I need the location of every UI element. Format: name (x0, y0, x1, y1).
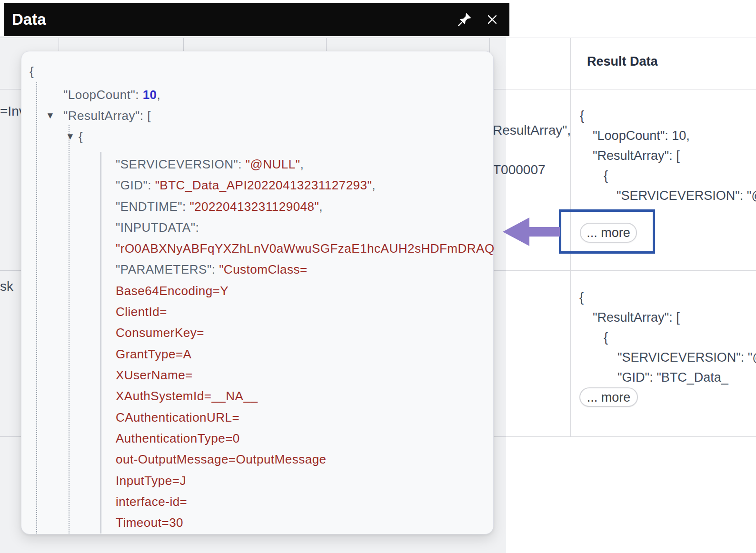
json-token-str: Timeout=30 (116, 515, 183, 530)
json-token-punc: : (135, 88, 142, 102)
expander-icon[interactable]: ▼ (66, 126, 75, 147)
json-token-punc: : (238, 157, 245, 171)
json-token-str: XAuthSystemId=__NA__ (116, 389, 258, 403)
json-line: ClientId= (116, 301, 167, 322)
json-token-str: InputType=J (116, 474, 186, 488)
json-token-str: "rO0ABXNyABFqYXZhLnV0aWwuSGFzaE1hcAUH2sH… (116, 241, 494, 256)
json-line: XUserName= (116, 365, 193, 385)
json-line: { (604, 327, 608, 347)
json-line: "GID": "BTC_Data_ (617, 367, 728, 387)
json-token-key: "LoopCount" (63, 88, 135, 102)
json-line: "ResultArray": [ (593, 146, 680, 166)
json-token-str: AuthenticationType=0 (116, 431, 240, 445)
json-line: InputType=J (116, 470, 186, 491)
json-token-punc: : (212, 262, 219, 276)
json-token-key: "INPUTDATA" (116, 220, 195, 235)
json-token-punc: : (182, 199, 189, 214)
json-token-str: "CustomClass= (219, 262, 308, 276)
json-token-punc: , (319, 199, 323, 214)
json-line: "PARAMETERS": "CustomClass= (116, 259, 308, 280)
json-line: interface-id= (116, 491, 187, 512)
json-line: XAuthSystemId=__NA__ (116, 385, 258, 406)
json-line: Base64Encoding=Y (116, 280, 229, 301)
json-token-num: 10 (143, 88, 157, 102)
json-token-punc: , (372, 178, 376, 192)
json-token-str: "@NULL" (246, 157, 300, 171)
json-token-key: "SERVICEVERSION" (116, 157, 238, 171)
close-icon[interactable] (482, 9, 503, 30)
json-line: "INPUTDATA": (116, 217, 199, 238)
json-token-punc: , (300, 157, 304, 171)
json-token-str: ConsumerKey= (116, 326, 204, 340)
json-line: "GID": "BTC_Data_API20220413231127293", (116, 175, 376, 196)
more-button[interactable]: ... more (579, 387, 638, 407)
expander-icon[interactable]: ▼ (46, 105, 55, 126)
json-line: CAuthenticationURL= (116, 407, 239, 428)
indent-guide (36, 82, 37, 533)
json-line: "ENDTIME": "20220413231129048", (116, 196, 323, 217)
json-line: { (30, 61, 34, 82)
json-token-punc: : [ (140, 109, 151, 123)
json-line: { (579, 287, 584, 307)
json-token-str: GrantType=A (116, 347, 191, 361)
json-line: AuthenticationType=0 (116, 428, 240, 449)
json-line: ConsumerKey= (116, 322, 204, 343)
json-token-key: "ENDTIME" (116, 199, 182, 214)
panel-title: Data (12, 10, 454, 29)
json-token-str: "BTC_Data_API20220413231127293" (155, 178, 372, 192)
json-token-key: "ResultArray" (63, 109, 140, 123)
json-line: "SERVICEVERSION": "@NULL", (617, 347, 756, 367)
result-data-column-header: Result Data (587, 54, 658, 69)
json-token-str: interface-id= (116, 494, 187, 509)
json-token-key: "GID" (116, 178, 148, 192)
json-line: "ResultArray": [ (63, 105, 151, 126)
json-line: "LoopCount": 10, (593, 126, 690, 146)
json-line: { (79, 126, 83, 147)
json-line: "LoopCount": 10, (63, 84, 160, 105)
json-line: "rO0ABXNyABFqYXZhLnV0aWwuSGFzaE1hcAUH2sH… (116, 238, 494, 259)
json-token-str: XUserName= (116, 368, 193, 382)
json-line: { (580, 106, 584, 126)
json-popup-content: {"LoopCount": 10,▼"ResultArray": [▼{"SER… (21, 51, 494, 534)
json-token-str: Base64Encoding=Y (116, 284, 229, 298)
json-line: "SERVICEVERSION": "@NULL", (617, 186, 756, 206)
indent-guide (100, 152, 101, 533)
json-line: { (604, 166, 608, 186)
pin-icon[interactable] (454, 9, 475, 30)
annotation-highlight-box (559, 209, 655, 254)
json-line: "ResultArray": [ (593, 307, 680, 327)
json-token-key: "PARAMETERS" (116, 262, 212, 276)
indent-guide (69, 125, 70, 533)
json-line: out-OutputMessage=OutputMessage (116, 449, 327, 470)
json-token-str: "20220413231129048" (189, 199, 319, 214)
json-token-punc: { (30, 64, 34, 79)
screenshot-root: Result Data =Inv sk ResultArray", T00000… (0, 0, 756, 553)
json-line: Timeout=30 (116, 512, 183, 533)
json-token-str: ClientId= (116, 305, 167, 319)
json-token-str: CAuthenticationURL= (116, 410, 239, 425)
json-token-punc: : (148, 178, 155, 192)
json-line: GrantType=A (116, 344, 191, 365)
json-token-punc: { (79, 129, 83, 144)
json-token-punc: , (157, 88, 161, 102)
json-token-punc: : (195, 220, 199, 235)
json-token-str: out-OutputMessage=OutputMessage (116, 452, 327, 466)
data-panel-titlebar: Data (4, 3, 509, 36)
json-line: "SERVICEVERSION": "@NULL", (116, 154, 304, 175)
